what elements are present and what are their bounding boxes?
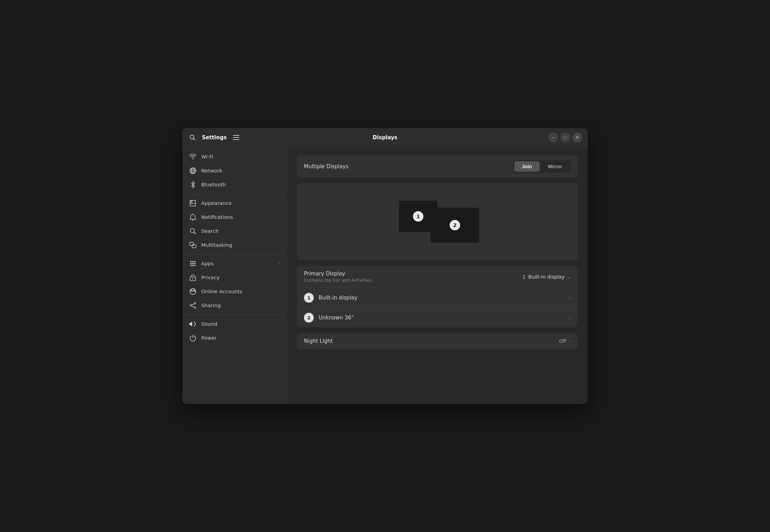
night-light-row[interactable]: Night Light Off ›: [297, 333, 578, 349]
svg-line-33: [191, 304, 194, 305]
maximize-button[interactable]: □: [560, 133, 570, 142]
display-preview-1[interactable]: 1: [399, 201, 437, 232]
sidebar-item-multitasking[interactable]: Multitasking: [182, 238, 287, 252]
join-button[interactable]: Join: [514, 161, 540, 172]
sidebar-item-sharing[interactable]: Sharing: [182, 298, 287, 312]
display-1-label: Built-in display: [319, 295, 569, 301]
sidebar-item-privacy[interactable]: Privacy: [182, 271, 287, 285]
sidebar-item-label: Online Accounts: [201, 289, 242, 294]
svg-point-21: [192, 263, 194, 264]
display-1-number: 1: [413, 211, 423, 222]
chevron-down-icon: ⌄: [567, 274, 571, 279]
chevron-right-icon-2: ›: [569, 315, 571, 320]
network-icon: [189, 167, 196, 174]
sidebar-item-label: Power: [201, 335, 217, 341]
primary-display-info: Primary Display Contains top bar and Act…: [304, 271, 522, 283]
sidebar-item-label: Notifications: [201, 214, 233, 220]
display-preview-card: 1 2: [297, 183, 578, 260]
svg-point-23: [190, 265, 192, 266]
chevron-right-icon-night: ›: [569, 339, 571, 344]
sidebar-item-label: Multitasking: [201, 242, 232, 248]
chevron-right-icon-1: ›: [569, 295, 571, 301]
sidebar-item-power[interactable]: Power: [182, 331, 287, 345]
sound-icon: [189, 320, 196, 327]
svg-point-22: [194, 263, 196, 264]
sidebar-item-label: Bluetooth: [201, 182, 226, 187]
minimize-button[interactable]: –: [549, 133, 558, 142]
close-button[interactable]: ✕: [572, 133, 582, 142]
content-area: Multiple Displays Join Mirror 1 2: [287, 147, 588, 404]
svg-line-14: [194, 232, 196, 234]
display-mode-toggle: Join Mirror: [513, 160, 571, 173]
sidebar-item-label: Privacy: [201, 275, 220, 280]
primary-display-title: Primary Display: [304, 271, 522, 277]
app-title: Settings: [202, 134, 227, 141]
display-item-1[interactable]: 1 Built-in display ›: [297, 288, 578, 308]
multiple-displays-label: Multiple Displays: [304, 163, 513, 170]
display-preview-area: 1 2: [392, 194, 483, 250]
svg-point-18: [192, 261, 194, 263]
svg-point-30: [194, 303, 196, 304]
titlebar: Settings Displays – □ ✕: [182, 128, 588, 147]
sidebar-item-label: Sharing: [201, 303, 221, 308]
svg-point-20: [190, 263, 192, 264]
sidebar: Wi-Fi Network: [182, 147, 287, 404]
settings-window: Settings Displays – □ ✕: [182, 128, 588, 404]
sidebar-item-appearance[interactable]: Appearance: [182, 196, 287, 210]
menu-button[interactable]: [232, 134, 241, 141]
divider-1: [182, 194, 287, 194]
power-icon: [189, 334, 196, 341]
search-button[interactable]: [188, 133, 197, 142]
sidebar-item-label: Search: [201, 228, 219, 234]
privacy-icon: [189, 274, 196, 281]
display-1-badge: 1: [304, 293, 314, 303]
bluetooth-icon: [189, 181, 196, 188]
sidebar-item-notifications[interactable]: Notifications: [182, 210, 287, 224]
wifi-icon: [189, 153, 196, 160]
svg-line-34: [191, 306, 194, 307]
sidebar-item-network[interactable]: Network: [182, 164, 287, 178]
primary-display-select[interactable]: 1 Built-in display ⌄: [522, 274, 571, 280]
sidebar-item-bluetooth[interactable]: Bluetooth: [182, 178, 287, 192]
main-layout: Wi-Fi Network: [182, 147, 588, 404]
displays-card: Primary Display Contains top bar and Act…: [297, 266, 578, 327]
page-title: Displays: [373, 134, 398, 141]
display-preview-2[interactable]: 2: [430, 208, 479, 243]
apps-icon: [189, 260, 196, 267]
sidebar-item-search[interactable]: Search: [182, 224, 287, 238]
svg-point-31: [194, 307, 196, 308]
night-light-status: Off: [559, 338, 566, 344]
primary-display-number: 1: [522, 274, 525, 280]
svg-point-24: [192, 265, 194, 266]
arrow-icon: ›: [278, 261, 280, 266]
display-2-number: 2: [450, 220, 460, 230]
titlebar-left: Settings: [188, 133, 293, 142]
sidebar-item-online-accounts[interactable]: Online Accounts: [182, 285, 287, 298]
sidebar-item-label: Appearance: [201, 200, 232, 206]
primary-display-subtitle: Contains top bar and Activities: [304, 278, 522, 283]
night-light-label: Night Light: [304, 338, 559, 344]
svg-point-27: [192, 278, 194, 279]
multiple-displays-row: Multiple Displays Join Mirror: [297, 155, 578, 178]
display-2-badge: 2: [304, 313, 314, 323]
svg-point-17: [190, 261, 192, 263]
svg-point-32: [190, 305, 191, 306]
sidebar-item-label: Sound: [201, 321, 217, 327]
multitasking-icon: [189, 242, 196, 249]
divider-3: [182, 315, 287, 315]
night-light-card: Night Light Off ›: [297, 333, 578, 349]
mirror-button[interactable]: Mirror: [540, 161, 570, 172]
sidebar-item-label: Wi-Fi: [201, 154, 213, 160]
display-item-2[interactable]: 2 Unknown 36" ›: [297, 308, 578, 327]
svg-point-25: [194, 265, 196, 266]
online-accounts-icon: [189, 288, 196, 295]
display-2-label: Unknown 36": [319, 315, 569, 321]
sidebar-item-sound[interactable]: Sound: [182, 317, 287, 331]
multiple-displays-card: Multiple Displays Join Mirror: [297, 155, 578, 178]
sidebar-item-wifi[interactable]: Wi-Fi: [182, 150, 287, 164]
sidebar-item-label: Network: [201, 168, 223, 173]
appearance-icon: [189, 200, 196, 207]
sidebar-item-apps[interactable]: Apps ›: [182, 257, 287, 271]
window-controls: – □ ✕: [549, 133, 582, 142]
search-icon: [189, 228, 196, 235]
